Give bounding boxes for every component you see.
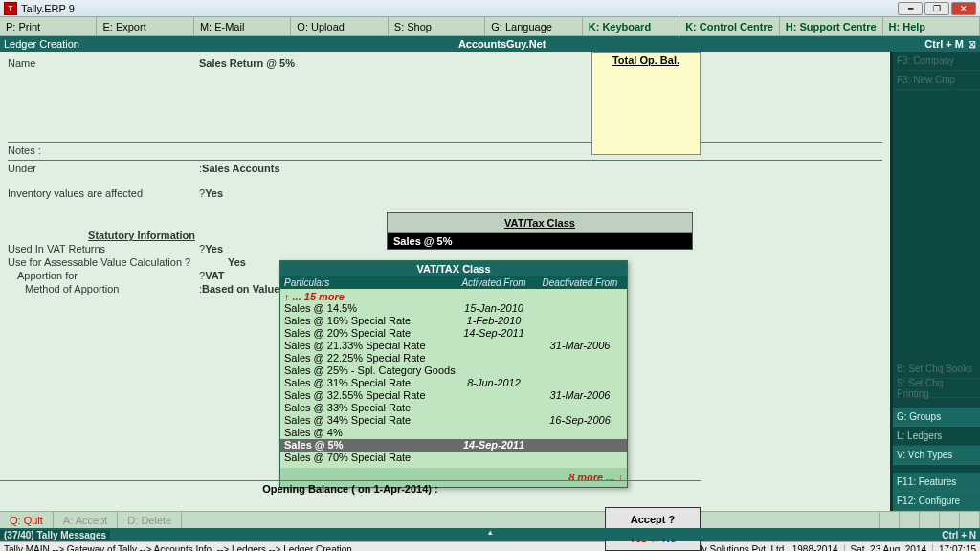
side-ledgers[interactable]: L: Ledgers [893,427,980,446]
vat-class-selected[interactable]: Sales @ 5% [388,233,692,249]
maximize-button[interactable]: ❐ [924,2,949,15]
messages-bar[interactable]: (37/40) Tally Messages ▴ Ctrl + N [0,528,980,541]
notes-label: Notes : [8,144,882,156]
inventory-value[interactable]: Yes [205,187,223,199]
btn-quit[interactable]: Q: Quit [0,512,54,528]
vat-returns-value[interactable]: Yes [205,243,223,254]
col-activated: Activated From [451,277,537,288]
under-label: Under [8,163,199,174]
status-time: 17:07:15 [939,544,976,551]
vat-row[interactable]: Sales @ 31% Special Rate8-Jun-2012 [284,377,623,389]
menu-email[interactable]: M: E-Mail [194,17,291,35]
accept-question: Accept ? [606,514,700,525]
shortcut-hint: Ctrl + M [924,38,964,50]
side-chq-printing[interactable]: S: Set Chq Printing [893,379,980,398]
side-new-cmp[interactable]: F3: New Cmp [893,71,980,90]
minimize-button[interactable]: ━ [898,2,923,15]
close-button[interactable]: ✕ [951,2,976,15]
header-bar: Ledger Creation AccountsGuy.Net Ctrl + M… [0,36,980,52]
screen-title: Ledger Creation [4,38,79,50]
apportion-label: Apportion for [8,270,199,281]
menu-support-centre[interactable]: H: Support Centre [780,17,883,35]
menu-keyboard[interactable]: K: Keyboard [583,17,679,35]
menu-print[interactable]: P: Print [0,17,97,35]
work-area: NameSales Return @ 5% Notes : Under: Sal… [0,52,890,511]
apportion-value[interactable]: VAT [205,270,224,281]
vat-row[interactable]: Sales @ 34% Special Rate16-Sep-2006 [284,414,623,427]
messages-shortcut: Ctrl + N [938,530,980,540]
vat-row[interactable]: Sales @ 14.5%15-Jan-2010 [284,302,623,315]
side-panel: F3: Company F3: New Cmp B: Set Chq Books… [890,52,980,511]
expand-icon[interactable]: ▴ [488,527,493,537]
side-vch-types[interactable]: V: Vch Types [893,446,980,465]
menu-language[interactable]: G: Language [485,17,582,35]
menu-upload[interactable]: O: Upload [291,17,388,35]
opening-balance-box: Total Op. Bal. [591,52,701,155]
btn-delete[interactable]: D: Delete [118,512,182,528]
vat-row[interactable]: Sales @ 16% Special Rate1-Feb-2010 [284,315,623,327]
menu-help[interactable]: H: Help [883,17,980,35]
method-label: Method of Apportion [8,283,199,295]
vat-popup-title: VAT/TAX Class [280,261,627,276]
btn-accept[interactable]: A: Accept [54,512,118,528]
bottom-bar: Q: Quit A: Accept D: Delete [0,511,980,528]
vat-class-panel: VAT/Tax Class Sales @ 5% [387,212,693,250]
breadcrumb: Tally MAIN --> Gateway of Tally --> Acco… [4,544,352,551]
name-label: Name [8,57,199,69]
side-configure[interactable]: F12: Configure [893,492,980,511]
side-company[interactable]: F3: Company [893,52,980,71]
opening-balance-header: Total Op. Bal. [592,53,700,68]
side-groups[interactable]: G: Groups [893,408,980,427]
side-chq-books[interactable]: B: Set Chq Books [893,360,980,379]
more-top[interactable]: ↑ ... 15 more [284,291,623,302]
vat-row[interactable]: Sales @ 20% Special Rate14-Sep-2011 [284,327,623,340]
window-title: Tally.ERP 9 [21,3,75,14]
assessable-value[interactable]: Yes [228,256,246,268]
menu-shop[interactable]: S: Shop [389,17,485,35]
vat-row[interactable]: Sales @ 25% - Spl. Category Goods [284,364,623,377]
col-particulars: Particulars [284,277,451,288]
vat-class-popup: VAT/TAX Class Particulars Activated From… [279,260,628,488]
inventory-label: Inventory values are affected [8,187,199,199]
vat-row[interactable]: Sales @ 4% [284,427,623,439]
vat-returns-label: Used In VAT Returns [8,243,199,254]
menu-control-centre[interactable]: K: Control Centre [679,17,780,35]
assessable-label: Use for Assessable Value Calculation ? [8,256,228,268]
status-bar: Tally MAIN --> Gateway of Tally --> Acco… [0,541,980,551]
vat-row[interactable]: Sales @ 32.55% Special Rate31-Mar-2006 [284,389,623,402]
messages-count: (37/40) Tally Messages [0,530,110,540]
app-icon: T [4,2,17,15]
side-features[interactable]: F11: Features [893,473,980,492]
name-value[interactable]: Sales Return @ 5% [199,57,295,69]
under-value[interactable]: Sales Accounts [202,163,280,174]
vat-row[interactable]: Sales @ 5%14-Sep-2011 [280,439,627,452]
col-deactivated: Deactivated From [537,277,623,288]
status-date: Sat, 23 Aug, 2014 [851,544,927,551]
close-panel-icon[interactable]: ⊠ [968,38,976,51]
menu-export[interactable]: E: Export [97,17,193,35]
window-titlebar: T Tally.ERP 9 ━ ❐ ✕ [0,0,980,17]
vat-class-title: VAT/Tax Class [388,213,692,233]
vat-row[interactable]: Sales @ 21.33% Special Rate31-Mar-2006 [284,340,623,352]
vat-row[interactable]: Sales @ 70% Special Rate [284,452,623,464]
opening-balance-row: Opening Balance ( on 1-Apr-2014) : [0,480,701,497]
company-name: AccountsGuy.Net [458,38,546,50]
top-menu: P: Print E: Export M: E-Mail O: Upload S… [0,17,980,36]
vat-row[interactable]: Sales @ 33% Special Rate [284,402,623,414]
statutory-title: Statutory Information [88,230,195,241]
vat-row[interactable]: Sales @ 22.25% Special Rate [284,352,623,364]
method-value[interactable]: Based on Value [202,283,279,295]
